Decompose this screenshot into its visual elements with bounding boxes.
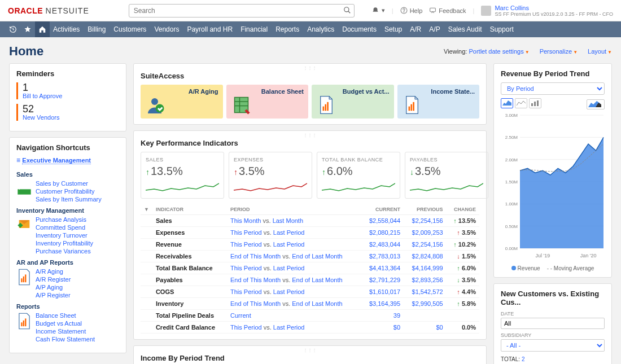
kpi-row[interactable]: Total Bank BalanceThis Period vs. Last P… [141, 262, 479, 274]
tile-balance-sheet[interactable]: Balance Sheet [226, 85, 309, 119]
notifications-icon[interactable]: ▾ [371, 7, 385, 15]
nav-history-icon[interactable] [6, 21, 20, 37]
kpi-row[interactable]: Total Pipeline DealsCurrent39 [141, 310, 479, 322]
section-icon [16, 216, 32, 232]
kpi-row[interactable]: ReceivablesEnd of This Month vs. End of … [141, 251, 479, 262]
viewing-selector[interactable]: Viewing: Portlet date settings▼ [444, 48, 530, 55]
svg-text:2.00M: 2.00M [505, 157, 518, 163]
revenue-period-select[interactable]: By Period [501, 82, 605, 95]
nav-financial[interactable]: Financial [240, 25, 268, 33]
kpi-row[interactable]: PayablesEnd of This Month vs. End of Las… [141, 274, 479, 286]
new-customers-title: New Customers vs. Existing Cus... [501, 290, 605, 306]
date-filter-input[interactable] [501, 318, 605, 329]
page-header: Home Viewing: Portlet date settings▼ Per… [0, 37, 621, 63]
kpi-card[interactable]: TOTAL BANK BALANCE↑6.0% [317, 152, 400, 199]
chart-expand-icon[interactable] [587, 99, 605, 109]
nav-activities[interactable]: Activities [53, 25, 80, 33]
nav-vendors[interactable]: Vendors [154, 25, 179, 33]
nav-billing[interactable]: Billing [88, 25, 106, 33]
kpi-row[interactable]: InventoryEnd of This Month vs. End of La… [141, 298, 479, 310]
shortcut-link[interactable]: Committed Spend [36, 224, 93, 231]
kpi-row[interactable]: Credit Card BalanceThis Period vs. Last … [141, 322, 479, 334]
drag-handle-icon[interactable]: ⋮⋮⋮ [141, 348, 479, 353]
layout-link[interactable]: Layout▼ [588, 48, 612, 55]
kpi-card[interactable]: EXPENSES↑3.5% [229, 152, 312, 199]
user-menu[interactable]: Marc Collins SS FF Premium US v2019.2.0 … [481, 5, 613, 17]
kpi-row[interactable]: SalesThis Month vs. Last Month$2,558,044… [141, 215, 479, 227]
kpi-card[interactable]: PAYABLES↓3.5% [405, 152, 488, 199]
nav-reports[interactable]: Reports [275, 25, 299, 33]
sparkline-icon [146, 180, 219, 194]
shortcut-exec[interactable]: Executive Management [22, 157, 91, 164]
nav-analytics[interactable]: Analytics [307, 25, 334, 33]
kpi-row[interactable]: RevenueThis Period vs. Last Period$2,483… [141, 239, 479, 251]
drag-handle-icon[interactable]: ⋮⋮⋮ [141, 66, 479, 71]
nav-home-icon[interactable] [35, 21, 50, 37]
shortcut-link[interactable]: Inventory Turnover [36, 232, 93, 239]
tile-ar-aging[interactable]: A/R Aging [141, 85, 223, 119]
search-icon[interactable] [343, 6, 351, 14]
kpi-portlet: ⋮⋮⋮ Key Performance Indicators SALES↑13.… [133, 130, 487, 340]
drag-handle-icon[interactable]: ⋮⋮⋮ [141, 133, 479, 138]
nav-star-icon[interactable] [20, 21, 35, 37]
svg-rect-10 [21, 322, 22, 326]
top-right: ▾ | Help Feedback | Marc Collins SS FF P… [371, 5, 613, 17]
nav-payroll[interactable]: Payroll and HR [187, 25, 233, 33]
nav-documents[interactable]: Documents [342, 25, 377, 33]
shortcut-link[interactable]: A/P Aging [36, 284, 71, 291]
shortcut-link[interactable]: Cash Flow Statement [36, 336, 95, 343]
nav-setup[interactable]: Setup [384, 25, 402, 33]
shortcut-link[interactable]: Customer Profitability [36, 188, 102, 195]
shortcut-section-header: Sales [16, 171, 119, 178]
tile-budget-vs-actual[interactable]: Budget vs Act... [312, 85, 394, 119]
kpi-row[interactable]: ExpensesThis Period vs. Last Period$2,08… [141, 227, 479, 239]
total-link[interactable]: 2 [522, 356, 525, 362]
svg-rect-4 [430, 8, 436, 12]
avatar-icon [481, 6, 491, 16]
nav-customers[interactable]: Customers [113, 25, 146, 33]
nav-sales-audit[interactable]: Sales Audit [448, 25, 482, 33]
svg-point-14 [156, 104, 164, 113]
svg-point-13 [151, 98, 158, 105]
shortcut-section-header: AR and AP Reports [16, 259, 119, 266]
shortcut-link[interactable]: Purchase Analysis [36, 216, 93, 223]
shortcut-link[interactable]: Sales by Customer [36, 180, 102, 187]
shortcut-link[interactable]: Budget vs Actual [36, 320, 95, 327]
shortcut-link[interactable]: A/P Register [36, 292, 71, 299]
nav-ap[interactable]: A/P [429, 25, 440, 33]
help-link[interactable]: Help [400, 7, 423, 14]
shortcut-link[interactable]: Balance Sheet [36, 312, 95, 319]
personalize-link[interactable]: Personalize▼ [540, 48, 578, 55]
chart-line-icon[interactable] [515, 98, 527, 108]
shortcut-link[interactable]: Income Statement [36, 328, 95, 335]
new-customers-portlet: New Customers vs. Existing Cus... DATE S… [493, 283, 612, 364]
shortcut-link[interactable]: Purchase Variances [36, 248, 93, 255]
svg-rect-12 [25, 318, 26, 326]
kpi-table: ▼ INDICATOR PERIOD CURRENT PREVIOUS CHAN… [141, 204, 479, 334]
svg-rect-24 [413, 102, 414, 111]
section-icon [16, 312, 32, 328]
feedback-icon [429, 7, 436, 14]
revenue-title: Revenue By Period Trend [501, 69, 605, 78]
kpi-card[interactable]: SALES↑13.5% [141, 152, 224, 199]
kpi-row[interactable]: COGSThis Period vs. Last Period$1,610,01… [141, 286, 479, 298]
tile-income-statement[interactable]: Income State... [397, 85, 480, 119]
global-search-input[interactable] [129, 4, 355, 17]
svg-line-1 [348, 11, 351, 13]
shortcut-link[interactable]: A/R Register [36, 276, 71, 283]
logo: ORACLE NETSUITE [8, 6, 89, 15]
shortcut-link[interactable]: A/R Aging [36, 268, 71, 275]
revenue-chart[interactable]: 0.00M0.50M1.00M1.50M2.00M2.50M3.00MJul '… [501, 111, 605, 263]
svg-rect-7 [21, 278, 22, 282]
nav-support[interactable]: Support [490, 25, 514, 33]
chart-area-icon[interactable] [501, 98, 513, 108]
reminder-item[interactable]: 1 Bill to Approve [16, 82, 119, 99]
shortcut-link[interactable]: Inventory Profitability [36, 240, 93, 247]
reminder-item[interactable]: 52 New Vendors [16, 104, 119, 121]
top-bar: ORACLE NETSUITE ▾ | Help Feedback | M [0, 0, 621, 21]
feedback-link[interactable]: Feedback [429, 7, 466, 14]
chart-bar-icon[interactable] [529, 98, 541, 108]
shortcut-link[interactable]: Sales by Item Summary [36, 196, 102, 203]
subsidiary-select[interactable]: - All - [501, 339, 605, 352]
nav-ar[interactable]: A/R [410, 25, 421, 33]
